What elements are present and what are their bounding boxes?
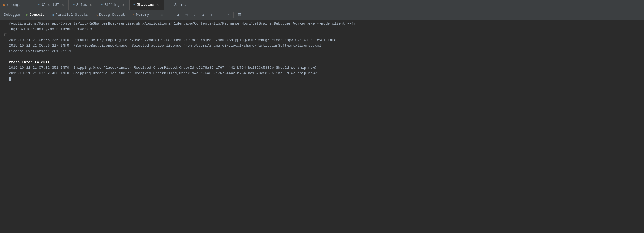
console-line-3: 🗑: [0, 32, 644, 38]
line-9-text: 2019-10-21 21:07:02.351 INFO Shipping.Or…: [9, 65, 643, 71]
cursor: [9, 77, 11, 81]
console-line-4: 2019-10-21 21:06:55.736 INFO DefaultFact…: [0, 38, 644, 43]
memory-btn[interactable]: ☀ Memory →: [131, 12, 154, 18]
tab-bar-title: ○ Sales: [164, 3, 191, 7]
toolbar-step-right-btn[interactable]: ⇁: [216, 11, 223, 19]
align-left-icon: ⊢: [169, 12, 171, 17]
line-4-gutter: [1, 38, 9, 38]
debugger-toolbar: Debugger ▶ Console → ≣ Parallel Stacks →…: [0, 10, 644, 20]
debug-label-area: ▶ debug:: [1, 2, 34, 7]
step-into-icon: ⇋: [185, 12, 188, 17]
console-line-9: 2019-10-21 21:07:02.351 INFO Shipping.Or…: [0, 65, 644, 71]
billing-tab-icon: ~: [101, 3, 103, 7]
line-7-gutter: [1, 54, 9, 55]
console-line-5: 2019-10-21 21:06:56.217 INFO NServiceBus…: [0, 43, 644, 49]
tab-clientui-close[interactable]: ✕: [61, 2, 65, 7]
tabs-bar: ~ ClientUI ✕ ~ Sales ✕ ~ Billing ✕ ~ Shi…: [34, 0, 644, 10]
toolbar-align-left-btn[interactable]: ⊢: [166, 11, 174, 19]
step-right-alt-icon: ⇀: [227, 12, 229, 17]
toolbar-step-down-alt-btn[interactable]: ⇓: [199, 11, 207, 19]
parallel-stacks-btn[interactable]: ≣ Parallel Stacks →: [50, 12, 93, 18]
step-right-icon: ⇁: [218, 12, 221, 17]
line-8-gutter: [1, 60, 9, 60]
console-line-10: 2019-10-21 21:07:02.430 INFO Shipping.Or…: [0, 71, 644, 76]
line-6-gutter: [1, 49, 9, 49]
tab-sales[interactable]: ~ Sales ✕: [69, 0, 97, 10]
debug-output-arrow-icon: →: [126, 13, 128, 17]
memory-arrow-icon: →: [150, 13, 152, 17]
grid-icon: ☶: [237, 12, 241, 17]
tab-clientui-label: ClientUI: [42, 3, 59, 7]
clientui-tab-icon: ~: [38, 3, 40, 7]
line-2-text: lugins/rider-unity/dotnetDebuggerWorker: [9, 27, 643, 32]
parallel-stacks-icon: ≣: [52, 13, 54, 17]
memory-icon: ☀: [133, 13, 135, 17]
console-line-2: lugins/rider-unity/dotnetDebuggerWorker: [0, 27, 644, 32]
debug-output-icon: ⚠: [96, 13, 98, 17]
sales-tab-icon: ~: [73, 3, 75, 7]
line-10-gutter: [1, 71, 9, 71]
console-line-11: [0, 76, 644, 82]
console-line-7: [0, 54, 644, 60]
line-9-gutter: [1, 65, 9, 66]
line-5-text: 2019-10-21 21:06:56.217 INFO NServiceBus…: [9, 43, 643, 49]
shipping-tab-icon: ~: [133, 3, 135, 7]
toolbar-menu-icon-btn[interactable]: ≡: [158, 11, 165, 19]
tab-sales-label: Sales: [76, 3, 87, 7]
step-down-icon: ↓: [194, 13, 196, 17]
console-btn[interactable]: ▶ Console →: [24, 11, 50, 18]
toolbar-step-down-btn[interactable]: ↓: [191, 11, 199, 19]
line-6-text: License Expiration: 2019-11-19: [9, 49, 643, 54]
console-label: Console: [30, 13, 45, 17]
memory-label: Memory: [136, 13, 149, 17]
tab-shipping-label: Shipping: [137, 2, 154, 7]
line-11-gutter: [1, 76, 9, 77]
toolbar-grid-btn[interactable]: ☶: [235, 11, 243, 19]
toolbar-step-right-alt-btn[interactable]: ⇀: [224, 11, 232, 19]
console-line-8: Press Enter to quit...: [0, 60, 644, 65]
tab-billing[interactable]: ~ Billing ✕: [97, 0, 129, 10]
line-4-text: 2019-10-21 21:06:55.736 INFO DefaultFact…: [9, 38, 643, 43]
debug-icon: ▶: [3, 2, 6, 7]
toolbar-step-over-btn[interactable]: ⇊: [174, 11, 182, 19]
title-tab-bar: ▶ debug: ~ ClientUI ✕ ~ Sales ✕ ~ Billin…: [0, 0, 644, 10]
step-over-icon: ⇊: [177, 12, 179, 17]
tab-billing-label: Billing: [104, 3, 120, 7]
tab-clientui[interactable]: ~ ClientUI ✕: [34, 0, 69, 10]
debug-output-label: Debug Output: [99, 13, 125, 17]
console-line-1: ≡ /Applications/Rider.app/Contents/lib/R…: [0, 21, 644, 27]
line-11-text: [9, 76, 643, 82]
tab-shipping-close[interactable]: ✕: [156, 2, 160, 7]
console-arrow-icon: →: [46, 13, 47, 17]
debugger-btn[interactable]: Debugger: [2, 12, 23, 18]
debug-label: debug:: [7, 3, 20, 7]
toolbar-step-into-btn[interactable]: ⇋: [183, 11, 190, 19]
toolbar-sep-2: [233, 12, 234, 18]
tab-shipping[interactable]: ~ Shipping ✕: [130, 0, 164, 10]
toolbar-sep-1: [156, 12, 156, 18]
menu-icon: ≡: [160, 13, 163, 17]
step-down-alt-icon: ⇓: [202, 12, 204, 17]
sales-title-text: ○ Sales: [170, 3, 186, 7]
parallel-stacks-label: Parallel Stacks: [56, 13, 88, 17]
debug-output-btn[interactable]: ⚠ Debug Output →: [94, 12, 130, 18]
line-8-text: Press Enter to quit...: [9, 60, 643, 65]
line-1-gutter: ≡: [1, 21, 9, 26]
tab-sales-close[interactable]: ✕: [89, 2, 93, 7]
line-1-text: /Applications/Rider.app/Contents/lib/ReS…: [9, 21, 643, 27]
console-output-area[interactable]: ≡ /Applications/Rider.app/Contents/lib/R…: [0, 20, 644, 233]
step-up-icon: ↑: [210, 13, 212, 17]
line-5-gutter: [1, 43, 9, 44]
line-10-text: 2019-10-21 21:07:02.430 INFO Shipping.Or…: [9, 71, 643, 76]
tab-billing-close[interactable]: ✕: [121, 2, 125, 7]
line-2-gutter: [1, 27, 9, 27]
console-line-6: License Expiration: 2019-11-19: [0, 49, 644, 54]
parallel-stacks-arrow-icon: →: [89, 13, 91, 17]
line-3-gutter: 🗑: [1, 32, 9, 37]
line-7-text: [9, 54, 643, 60]
toolbar-step-up-btn[interactable]: ↑: [207, 11, 215, 19]
debugger-label: Debugger: [4, 13, 21, 17]
console-play-icon: ▶: [26, 12, 28, 17]
